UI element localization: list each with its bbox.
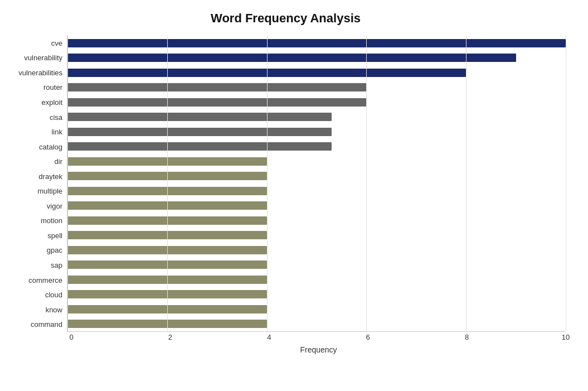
bar-row-exploit: [67, 95, 566, 110]
bar-row-command: [67, 317, 566, 332]
y-label-command: command: [31, 321, 62, 328]
y-label-catalog: catalog: [39, 143, 62, 151]
bar-row-dir: [67, 154, 566, 169]
chart-title: Word Frequency Analysis: [6, 11, 566, 26]
bar-router: [67, 83, 366, 91]
y-label-vulnerability: vulnerability: [24, 54, 62, 61]
y-label-draytek: draytek: [38, 173, 62, 180]
bar-row-vigor: [67, 199, 566, 214]
bar-row-sap: [67, 258, 566, 273]
y-label-gpac: gpac: [47, 247, 62, 254]
bar-row-link: [67, 124, 566, 139]
y-label-know: know: [46, 306, 62, 313]
grid-line-8: [466, 36, 466, 331]
bar-cisa: [67, 113, 332, 121]
grid-line-6: [366, 36, 367, 331]
y-label-cisa: cisa: [50, 114, 62, 121]
x-tick-2: 2: [168, 333, 172, 341]
y-label-dir: dir: [55, 158, 62, 165]
bar-row-cloud: [67, 287, 566, 302]
y-label-cve: cve: [51, 40, 62, 47]
grid-line-4: [267, 36, 268, 331]
x-tick-10: 10: [562, 333, 570, 341]
bar-exploit: [67, 98, 366, 107]
bar-row-catalog: [67, 139, 566, 155]
y-label-spell: spell: [47, 232, 62, 239]
bar-row-commerce: [67, 272, 566, 287]
y-label-motion: motion: [41, 217, 62, 224]
y-axis-labels: cvevulnerabilityvulnerabilitiesrouterexp…: [6, 36, 67, 332]
grid-line-2: [167, 36, 168, 331]
bar-catalog: [67, 142, 332, 151]
y-label-exploit: exploit: [41, 99, 62, 106]
bar-row-know: [67, 302, 566, 317]
bar-row-vulnerability: [67, 51, 566, 66]
bar-row-vulnerabilities: [67, 65, 566, 80]
bar-vulnerability: [67, 54, 516, 62]
bar-link: [67, 128, 332, 136]
bar-row-motion: [67, 213, 566, 228]
y-label-multiple: multiple: [37, 187, 62, 195]
bar-row-cve: [67, 36, 566, 51]
y-label-sap: sap: [51, 262, 62, 269]
x-tick-4: 4: [267, 333, 271, 341]
x-tick-6: 6: [366, 333, 370, 341]
x-tick-8: 8: [465, 333, 469, 341]
grid-line-0: [67, 36, 68, 331]
x-axis-area: 0246810 Frequency: [71, 333, 566, 354]
y-label-vigor: vigor: [47, 202, 62, 210]
chart-container: Word Frequency Analysis cvevulnerability…: [0, 0, 588, 391]
grid-line-10: [566, 36, 566, 331]
x-axis-title: Frequency: [71, 345, 566, 354]
bar-row-spell: [67, 228, 566, 243]
y-label-link: link: [51, 128, 62, 136]
bar-row-cisa: [67, 110, 566, 125]
bar-row-multiple: [67, 184, 566, 199]
bar-row-gpac: [67, 243, 566, 258]
x-tick-0: 0: [69, 333, 73, 341]
bar-cve: [67, 39, 566, 47]
y-label-router: router: [43, 84, 62, 91]
bar-row-draytek: [67, 169, 566, 184]
bar-row-router: [67, 80, 566, 95]
y-label-cloud: cloud: [45, 291, 62, 298]
bars-area: [67, 36, 566, 332]
y-label-vulnerabilities: vulnerabilities: [18, 69, 62, 76]
y-label-commerce: commerce: [28, 277, 62, 284]
